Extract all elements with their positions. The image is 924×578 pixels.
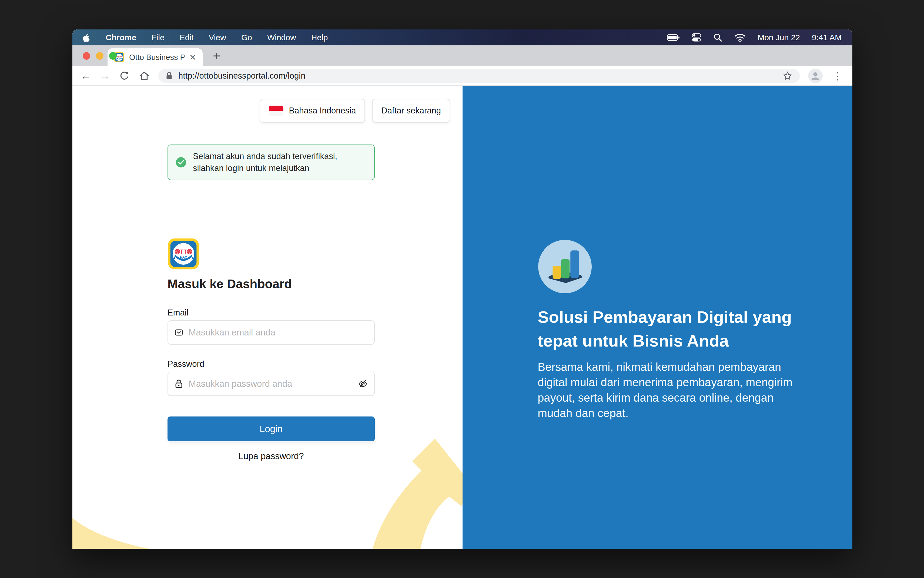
reload-icon[interactable] xyxy=(119,70,130,82)
minimize-window-button[interactable] xyxy=(96,52,104,60)
close-window-button[interactable] xyxy=(83,52,90,60)
promo-heading: Solusi Pembayaran Digital yang tepat unt… xyxy=(538,305,805,353)
password-field[interactable] xyxy=(167,372,375,396)
menubar-item-window[interactable]: Window xyxy=(267,33,296,42)
tab-close-icon[interactable]: ✕ xyxy=(189,53,196,62)
forward-icon[interactable]: → xyxy=(99,70,110,81)
register-button[interactable]: Daftar sekarang xyxy=(372,99,450,123)
indonesia-flag-icon xyxy=(269,106,283,116)
email-icon xyxy=(175,328,183,337)
profile-avatar[interactable] xyxy=(808,68,823,83)
password-label: Password xyxy=(167,359,204,369)
menubar-item-file[interactable]: File xyxy=(151,33,164,42)
page-content: Bahasa Indonesia Daftar sekarang Selamat… xyxy=(72,86,853,549)
bookmark-star-icon[interactable] xyxy=(782,70,793,81)
promo-panel: Solusi Pembayaran Digital yang tepat unt… xyxy=(463,86,853,549)
success-alert-text: Selamat akun anda sudah terverifikasi, s… xyxy=(193,151,367,174)
password-input[interactable] xyxy=(188,379,352,389)
menubar-item-help[interactable]: Help xyxy=(311,33,328,42)
menubar-date[interactable]: Mon Jun 22 xyxy=(758,33,800,42)
apple-icon xyxy=(83,33,91,42)
browser-menu-icon[interactable]: ⋮ xyxy=(831,70,844,82)
login-panel: Bahasa Indonesia Daftar sekarang Selamat… xyxy=(72,86,463,549)
email-input[interactable] xyxy=(188,327,368,338)
back-icon[interactable]: ← xyxy=(81,70,91,81)
check-circle-icon xyxy=(175,157,187,168)
promo-body: Bersama kami, nikmati kemudahan pembayar… xyxy=(538,359,804,421)
menubar-time[interactable]: 9:41 AM xyxy=(812,33,841,42)
wifi-icon[interactable] xyxy=(734,33,746,42)
control-center-icon[interactable] xyxy=(692,32,702,42)
spotlight-search-icon[interactable] xyxy=(713,33,723,42)
battery-icon[interactable] xyxy=(667,34,680,41)
url-text: http://ottobusinessportal.com/login xyxy=(178,71,305,81)
success-alert: Selamat akun anda sudah terverifikasi, s… xyxy=(167,144,375,180)
password-lock-icon xyxy=(175,379,183,388)
forgot-password-link[interactable]: Lupa password? xyxy=(167,451,375,461)
browser-window: Chrome File Edit View Go Window Help xyxy=(72,29,853,549)
language-button-label: Bahasa Indonesia xyxy=(289,106,356,115)
language-button[interactable]: Bahasa Indonesia xyxy=(260,99,365,123)
address-bar[interactable]: http://ottobusinessportal.com/login xyxy=(158,69,800,83)
email-field[interactable] xyxy=(167,320,375,345)
bar-chart-icon xyxy=(544,246,585,287)
toggle-password-visibility-icon[interactable] xyxy=(358,379,368,389)
email-label: Email xyxy=(167,308,188,318)
new-tab-button[interactable]: + xyxy=(213,49,221,62)
menubar-item-view[interactable]: View xyxy=(209,33,226,42)
menubar-item-edit[interactable]: Edit xyxy=(180,33,194,42)
bar-chart-badge xyxy=(538,240,592,293)
menubar-item-chrome[interactable]: Chrome xyxy=(106,33,136,42)
tab-strip: Otto Business Portal ✕ + xyxy=(72,45,853,66)
macos-menubar: Chrome File Edit View Go Window Help xyxy=(72,29,853,45)
home-icon[interactable] xyxy=(138,70,150,82)
browser-toolbar: ← → http://ottobusinessportal.com/login xyxy=(72,66,853,86)
apple-menu[interactable] xyxy=(83,33,91,42)
zoom-window-button[interactable] xyxy=(109,52,117,60)
menubar-item-go[interactable]: Go xyxy=(241,33,252,42)
login-button[interactable]: Login xyxy=(167,416,375,441)
person-icon xyxy=(810,70,821,81)
ottopay-logo xyxy=(167,238,200,270)
lock-icon[interactable] xyxy=(166,71,173,80)
tab-title: Otto Business Portal xyxy=(129,53,185,62)
login-heading: Masuk ke Dashboard xyxy=(167,276,292,291)
tab-otto-business-portal[interactable]: Otto Business Portal ✕ xyxy=(107,48,203,66)
register-button-label: Daftar sekarang xyxy=(381,106,441,115)
